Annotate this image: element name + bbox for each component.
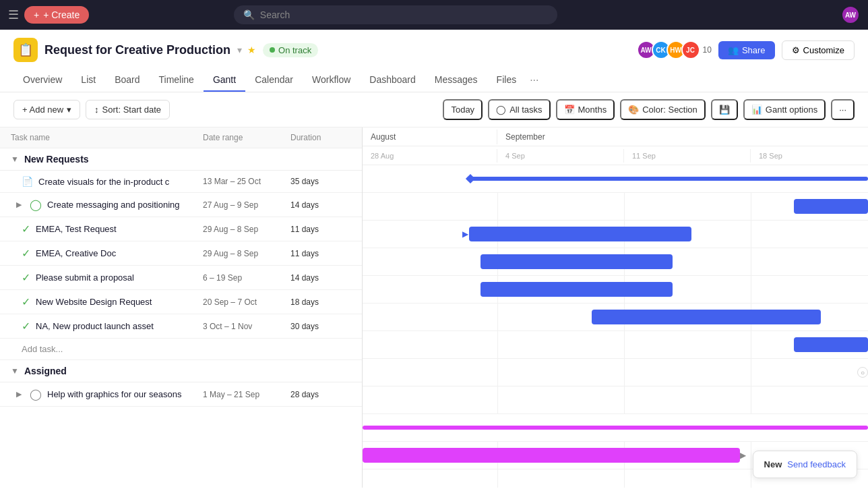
tab-timeline[interactable]: Timeline xyxy=(150,69,204,92)
gantt-section-assigned xyxy=(363,414,868,442)
gantt-row-create-visuals xyxy=(363,193,868,221)
gantt-row-please-submit xyxy=(363,304,868,331)
add-new-label: + Add new xyxy=(22,105,63,115)
gantt-row-emea-test xyxy=(363,248,868,276)
months-icon: 📅 xyxy=(564,105,575,115)
status-label: On track xyxy=(278,45,311,55)
star-icon[interactable]: ★ xyxy=(247,45,256,55)
duration: 14 days xyxy=(290,273,351,283)
dropdown-icon[interactable]: ▾ xyxy=(237,45,242,55)
gantt-options-button[interactable]: 📊 Gantt options xyxy=(743,99,826,120)
section-label: New Requests xyxy=(24,154,89,165)
color-section-label: Color: Section xyxy=(642,105,698,115)
task-name-cell: ✓ EMEA, Test Request xyxy=(22,223,203,235)
check-circle-icon: ◯ xyxy=(30,388,42,401)
gantt-row-new-website xyxy=(363,331,868,359)
duration: 18 days xyxy=(290,297,351,307)
add-task-button[interactable]: Add task... xyxy=(0,339,362,360)
section-bar-new-requests xyxy=(467,177,868,181)
task-name: NA, New product launch asset xyxy=(36,321,154,331)
task-row[interactable]: 📄 Create visuals for the in-product c 13… xyxy=(0,171,362,193)
collapse-icon: ▼ xyxy=(11,154,19,164)
bar-arrow-help: ▶ xyxy=(740,451,746,460)
section-assigned[interactable]: ▼ Assigned xyxy=(0,360,362,382)
feedback-new-label: New xyxy=(764,459,782,469)
tab-dashboard[interactable]: Dashboard xyxy=(360,69,425,92)
week-4sep: 4 Sep xyxy=(497,149,624,163)
check-done-icon: ✓ xyxy=(22,271,30,284)
bar-new-website xyxy=(794,337,868,352)
project-actions: ▾ ★ xyxy=(237,45,256,55)
all-tasks-button[interactable]: ◯ All tasks xyxy=(488,99,550,120)
gantt-body: ▶ ○ xyxy=(363,165,868,488)
save-icon: 💾 xyxy=(719,105,730,115)
toolbar-right: Today ◯ All tasks 📅 Months 🎨 Color: Sect… xyxy=(443,99,855,120)
task-row[interactable]: ✓ EMEA, Creative Doc 29 Aug – 8 Sep 11 d… xyxy=(0,241,362,266)
save-button[interactable]: 💾 xyxy=(711,99,738,120)
task-row[interactable]: ✓ EMEA, Test Request 29 Aug – 8 Sep 11 d… xyxy=(0,217,362,241)
task-row-expandable[interactable]: ▶ ◯ Create messaging and positioning 27 … xyxy=(0,193,362,217)
create-label: + Create xyxy=(43,9,80,20)
more-options-button[interactable]: ··· xyxy=(831,99,855,120)
duration: 35 days xyxy=(290,177,351,186)
sort-icon: ↕ xyxy=(94,105,99,115)
gantt-section-new-requests xyxy=(363,165,868,193)
toolbar: + Add new ▾ ↕ Sort: Start date Today ◯ A… xyxy=(0,92,868,127)
week-28aug: 28 Aug xyxy=(363,149,497,163)
bar-emea-creative xyxy=(480,282,673,297)
bar-create-messaging xyxy=(469,227,691,241)
create-button[interactable]: + + Create xyxy=(24,6,89,24)
color-section-button[interactable]: 🎨 Color: Section xyxy=(620,99,706,120)
tab-overview[interactable]: Overview xyxy=(13,69,71,92)
task-row-help-graphics[interactable]: ▶ ◯ Help with graphics for our seasons 1… xyxy=(0,382,362,407)
search-placeholder: Search xyxy=(260,9,290,20)
avatar-jc: JC xyxy=(681,40,700,59)
avatar-aw: AW xyxy=(841,5,860,24)
nav-tabs: Overview List Board Timeline Gantt Calen… xyxy=(13,69,855,92)
gantt-icon: 📊 xyxy=(751,105,762,115)
send-feedback-button[interactable]: Send feedback xyxy=(787,459,846,469)
gantt-row-emea-creative xyxy=(363,276,868,304)
task-row[interactable]: ✓ Please submit a proposal 6 – 19 Sep 14… xyxy=(0,266,362,290)
project-header: 📋 Request for Creative Production ▾ ★ On… xyxy=(0,30,868,92)
gantt-row-create-messaging: ▶ xyxy=(363,221,868,248)
tab-gantt[interactable]: Gantt xyxy=(204,69,245,92)
more-tabs-icon[interactable]: ··· xyxy=(526,69,542,92)
date-range: 27 Aug – 9 Sep xyxy=(203,200,290,210)
task-name-cell: ✓ EMEA, Creative Doc xyxy=(22,247,203,260)
tab-workflow[interactable]: Workflow xyxy=(303,69,360,92)
search-icon: 🔍 xyxy=(243,9,255,20)
task-name-cell: ✓ Please submit a proposal xyxy=(22,271,203,284)
tab-messages[interactable]: Messages xyxy=(425,69,487,92)
share-icon: 👥 xyxy=(728,45,739,55)
gantt-panel[interactable]: August September 28 Aug 4 Sep 11 Sep 18 … xyxy=(363,127,868,488)
section-new-requests[interactable]: ▼ New Requests xyxy=(0,148,362,171)
tab-calendar[interactable]: Calendar xyxy=(245,69,303,92)
hamburger-icon[interactable]: ☰ xyxy=(8,7,19,22)
today-button[interactable]: Today xyxy=(443,99,483,120)
team-avatars: AW CK HW JC 10 xyxy=(637,40,712,59)
tab-board[interactable]: Board xyxy=(105,69,149,92)
customize-button[interactable]: ⚙ Customize xyxy=(782,40,855,60)
task-name: Help with graphics for our seasons xyxy=(47,389,181,399)
tab-list[interactable]: List xyxy=(71,69,105,92)
check-done-icon: ✓ xyxy=(22,320,30,333)
task-row[interactable]: ✓ NA, New product launch asset 3 Oct – 1… xyxy=(0,314,362,339)
add-new-chevron: ▾ xyxy=(67,105,71,115)
bar-please-submit xyxy=(592,310,821,324)
tab-files[interactable]: Files xyxy=(487,69,526,92)
share-label: Share xyxy=(742,45,766,55)
task-header: Task name Date range Duration xyxy=(0,127,362,148)
task-name: EMEA, Creative Doc xyxy=(36,248,116,258)
search-bar[interactable]: 🔍 Search xyxy=(234,5,557,24)
scroll-indicator: ○ xyxy=(857,367,868,378)
sort-button[interactable]: ↕ Sort: Start date xyxy=(86,100,170,119)
share-button[interactable]: 👥 Share xyxy=(718,41,775,59)
task-name: Create visuals for the in-product c xyxy=(38,177,169,187)
task-name-cell: ▶ ◯ Help with graphics for our seasons xyxy=(16,388,203,401)
date-range: 3 Oct – 1 Nov xyxy=(203,322,290,331)
duration: 11 days xyxy=(290,225,351,234)
task-row[interactable]: ✓ New Website Design Request 20 Sep – 7 … xyxy=(0,290,362,314)
months-button[interactable]: 📅 Months xyxy=(556,99,615,120)
add-new-button[interactable]: + Add new ▾ xyxy=(13,100,80,119)
